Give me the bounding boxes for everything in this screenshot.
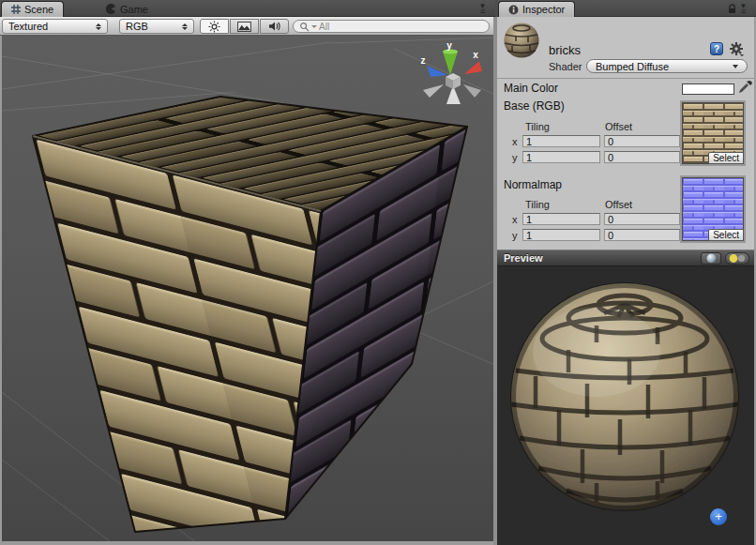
normalmap-select-button[interactable]: Select	[708, 229, 744, 241]
inspector-panel-menu-icon[interactable]: ▾≡	[741, 3, 746, 14]
scene-viewport[interactable]: y x z	[0, 36, 497, 545]
scene-toolbar: Textured RGB	[0, 17, 495, 36]
tab-scene-label: Scene	[24, 4, 53, 15]
base-offset-header: Offset	[605, 121, 632, 132]
normalmap-offset-x-field[interactable]	[604, 213, 680, 225]
scene-effects-toggle[interactable]	[230, 19, 259, 34]
channel-mode-dropdown[interactable]: RGB	[119, 19, 194, 34]
lock-icon[interactable]	[727, 4, 737, 14]
search-input[interactable]	[319, 22, 460, 32]
help-icon[interactable]: ?	[710, 42, 723, 55]
inspector-content: bricks Shader Bumped Diffuse ? Main Colo	[497, 17, 754, 250]
preview-shape-button[interactable]	[701, 252, 721, 265]
gizmo-y-label: y	[446, 40, 452, 51]
search-icon	[299, 22, 310, 32]
gizmo-x-axis-cone[interactable]	[464, 61, 482, 74]
preview-area[interactable]: +	[497, 266, 754, 545]
preview-header[interactable]: Preview	[497, 250, 754, 266]
normalmap-tiling-header: Tiling	[525, 199, 550, 210]
scene-grid-icon	[11, 5, 21, 14]
normalmap-offset-y-field[interactable]	[604, 229, 680, 241]
normalmap-y-row-label: y	[512, 230, 518, 241]
header-separator	[497, 78, 754, 79]
shader-dropdown[interactable]: Bumped Diffuse	[586, 59, 748, 73]
gizmo-z-label: z	[421, 55, 426, 66]
base-offset-y-field[interactable]	[604, 151, 680, 163]
channel-mode-value: RGB	[126, 21, 176, 32]
base-texture-thumbnail[interactable]: Select	[682, 102, 744, 164]
gizmo-x-label: x	[473, 50, 478, 60]
tab-inspector-label: Inspector	[522, 4, 565, 15]
normalmap-offset-header: Offset	[605, 199, 632, 210]
normalmap-x-row-label: x	[512, 214, 518, 225]
tab-game[interactable]: Game	[97, 1, 158, 17]
scene-3d-render: y x z	[2, 36, 497, 541]
base-tiling-x-field[interactable]	[522, 135, 600, 147]
tab-scene[interactable]: Scene	[1, 1, 64, 17]
game-icon	[106, 4, 116, 14]
gizmo-side-cone[interactable]	[463, 84, 481, 98]
info-icon	[508, 5, 519, 15]
scene-audio-toggle[interactable]	[260, 19, 289, 34]
gizmo-center-cube[interactable]	[446, 73, 461, 89]
updown-arrows-icon	[182, 23, 188, 30]
search-filter-arrow-icon[interactable]	[311, 25, 317, 28]
add-preview-button[interactable]: +	[710, 508, 727, 525]
material-preview-sphere	[510, 282, 739, 511]
normalmap-thumbnail[interactable]: Select	[682, 177, 744, 241]
light-toggle-icon	[728, 253, 747, 264]
base-tiling-header: Tiling	[525, 121, 550, 132]
scene-lighting-toggle[interactable]	[200, 19, 229, 34]
base-x-row-label: x	[512, 136, 518, 147]
preview-light-toggle[interactable]	[725, 252, 749, 265]
material-name: bricks	[549, 43, 581, 57]
base-y-row-label: y	[512, 152, 518, 163]
normalmap-label: Normalmap	[504, 178, 562, 191]
main-color-label: Main Color	[504, 82, 558, 95]
gizmo-back-cone[interactable]	[423, 84, 444, 98]
render-mode-dropdown[interactable]: Textured	[2, 19, 108, 34]
orientation-gizmo[interactable]: y x z	[421, 40, 483, 104]
inspector-tabbar: Inspector ▾≡	[497, 0, 756, 17]
normalmap-tiling-x-field[interactable]	[522, 213, 600, 225]
speaker-icon	[268, 21, 281, 32]
updown-arrows-icon	[96, 23, 101, 30]
tab-game-label: Game	[120, 4, 148, 15]
inspector-panel: Inspector ▾≡	[497, 0, 756, 545]
shader-label: Shader	[549, 61, 582, 72]
shader-value: Bumped Diffuse	[596, 61, 669, 72]
sphere-icon	[706, 253, 717, 264]
base-select-button[interactable]: Select	[708, 152, 744, 164]
normalmap-tiling-y-field[interactable]	[522, 229, 600, 241]
gear-icon[interactable]	[729, 41, 744, 56]
image-icon	[237, 22, 251, 32]
unity-editor-window: Scene Game ▾≡ Textured RGB	[0, 0, 756, 545]
preview-title: Preview	[504, 252, 543, 264]
scene-tabbar: Scene Game ▾≡	[0, 0, 495, 17]
eyedropper-icon[interactable]	[738, 80, 752, 94]
base-tiling-y-field[interactable]	[522, 151, 600, 163]
dropdown-arrow-icon	[733, 65, 738, 68]
tab-inspector[interactable]: Inspector	[498, 1, 575, 17]
material-ball-icon	[504, 23, 539, 58]
sun-icon	[208, 21, 220, 33]
base-texture-label: Base (RGB)	[504, 99, 565, 113]
scene-panel-menu-icon[interactable]: ▾≡	[480, 3, 485, 14]
main-color-swatch[interactable]	[682, 83, 734, 95]
render-mode-value: Textured	[8, 21, 90, 32]
base-offset-x-field[interactable]	[604, 135, 680, 147]
scene-search-field[interactable]	[293, 20, 490, 33]
